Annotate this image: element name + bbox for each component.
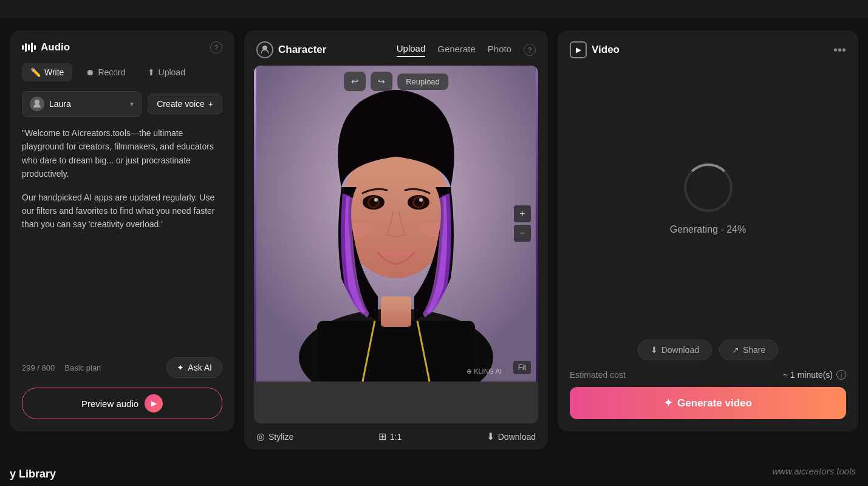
stylize-action[interactable]: ◎ Stylize <box>256 431 293 442</box>
play-icon: ▶ <box>145 394 163 412</box>
record-icon: ⏺ <box>86 67 94 77</box>
character-avatar-icon <box>256 41 273 58</box>
svg-point-0 <box>35 100 39 104</box>
top-bar <box>0 0 868 18</box>
download-video-icon: ⬇ <box>651 345 658 355</box>
download-icon: ⬇ <box>487 431 494 442</box>
video-icon: ▶ <box>570 41 587 58</box>
main-content: Audio ? ✏️ Write ⏺ Record ⬆ Upload <box>0 18 868 450</box>
character-title: Character <box>278 44 326 56</box>
video-title-row: ▶ Video <box>570 41 620 58</box>
character-tabs: Upload Generate Photo ? <box>397 43 536 57</box>
video-card: ▶ Video ••• Generating - 24% ⬇ Download … <box>558 30 858 431</box>
svg-point-15 <box>374 198 378 202</box>
character-image-container: ↩ ↪ Reupload + − Fit ⊕ KLING AI <box>254 66 538 423</box>
aspect-ratio-action[interactable]: ⊞ 1:1 <box>378 431 402 442</box>
audio-card-header: Audio ? <box>22 41 222 53</box>
svg-rect-4 <box>317 321 475 382</box>
audio-text-p1: "Welcome to AIcreators.tools—the ultimat… <box>22 126 222 181</box>
generate-char-tab[interactable]: Generate <box>437 44 476 56</box>
audio-text-p2: Our handpicked AI apps are updated regul… <box>22 191 222 231</box>
generate-video-button[interactable]: ✦ Generate video <box>570 387 846 419</box>
watermark: www.aicreators.tools <box>772 466 856 476</box>
video-title: Video <box>592 44 620 56</box>
photo-char-tab[interactable]: Photo <box>488 44 511 56</box>
library-title: y Library <box>10 468 858 481</box>
character-title-row: Character <box>256 41 326 58</box>
voice-row: Laura ▾ Create voice + <box>22 91 222 117</box>
kling-watermark: ⊕ KLING AI <box>466 368 502 375</box>
image-controls: ↩ ↪ Reupload <box>344 72 448 91</box>
audio-card: Audio ? ✏️ Write ⏺ Record ⬆ Upload <box>10 30 234 431</box>
preview-audio-button[interactable]: Preview audio ▶ <box>22 388 222 419</box>
audio-tab-row: ✏️ Write ⏺ Record ⬆ Upload <box>22 63 222 81</box>
estimated-cost-label: Estimated cost <box>570 370 626 380</box>
sparkle-icon: ✦ <box>177 363 184 372</box>
video-generating-section: Generating - 24% <box>570 70 846 327</box>
word-count: 299 / 800 Basic plan <box>22 362 101 373</box>
download-video-button[interactable]: ⬇ Download <box>638 340 712 360</box>
sparkle-generate-icon: ✦ <box>664 397 672 409</box>
zoom-controls: + − <box>514 205 531 242</box>
audio-text-content: "Welcome to AIcreators.tools—the ultimat… <box>22 126 222 347</box>
reupload-button[interactable]: Reupload <box>397 74 448 90</box>
zoom-in-button[interactable]: + <box>514 205 531 222</box>
character-portrait-svg <box>254 66 538 382</box>
audio-title-row: Audio <box>22 41 70 53</box>
write-tab[interactable]: ✏️ Write <box>22 63 72 81</box>
download-character-action[interactable]: ⬇ Download <box>487 431 536 442</box>
video-menu-icon[interactable]: ••• <box>833 43 846 57</box>
character-help-icon[interactable]: ? <box>524 44 536 56</box>
upload-tab[interactable]: ⬆ Upload <box>139 63 194 81</box>
svg-point-16 <box>419 198 423 202</box>
generating-text: Generating - 24% <box>670 224 746 235</box>
voice-name: Laura <box>49 99 125 109</box>
video-header: ▶ Video ••• <box>570 41 846 58</box>
character-image: ↩ ↪ Reupload + − Fit ⊕ KLING AI <box>254 66 538 382</box>
write-icon: ✏️ <box>30 67 41 77</box>
upload-char-tab[interactable]: Upload <box>397 43 426 57</box>
audio-wave-icon <box>22 43 36 52</box>
stylize-icon: ◎ <box>256 431 265 442</box>
chevron-down-icon: ▾ <box>130 100 134 108</box>
undo-button[interactable]: ↩ <box>344 72 366 91</box>
share-icon: ↗ <box>732 345 739 355</box>
record-tab[interactable]: ⏺ Record <box>77 63 134 81</box>
library-section: y Library <box>0 450 868 486</box>
upload-icon: ⬆ <box>148 67 155 77</box>
audio-title: Audio <box>41 41 70 53</box>
ask-ai-button[interactable]: ✦ Ask AI <box>166 357 222 378</box>
share-video-button[interactable]: ↗ Share <box>719 340 778 360</box>
create-voice-button[interactable]: Create voice + <box>148 94 222 114</box>
voice-selector[interactable]: Laura ▾ <box>22 91 142 117</box>
video-action-row: ⬇ Download ↗ Share <box>570 340 846 360</box>
fit-button[interactable]: Fit <box>513 361 531 374</box>
forward-button[interactable]: ↪ <box>371 72 392 91</box>
estimated-cost-value: ~ 1 minute(s) i <box>783 370 846 380</box>
aspect-ratio-icon: ⊞ <box>378 431 386 442</box>
character-card: Character Upload Generate Photo ? <box>244 30 548 450</box>
cost-info-icon[interactable]: i <box>836 370 846 380</box>
voice-avatar <box>30 97 44 111</box>
loading-spinner <box>684 163 733 212</box>
audio-help-icon[interactable]: ? <box>210 41 222 53</box>
estimated-cost-row: Estimated cost ~ 1 minute(s) i <box>570 370 846 380</box>
character-header: Character Upload Generate Photo ? <box>244 30 548 66</box>
svg-rect-7 <box>381 296 411 327</box>
zoom-out-button[interactable]: − <box>514 225 531 242</box>
audio-bottom-row: 299 / 800 Basic plan ✦ Ask AI <box>22 357 222 378</box>
character-bottom-bar: ◎ Stylize ⊞ 1:1 ⬇ Download <box>244 423 548 450</box>
